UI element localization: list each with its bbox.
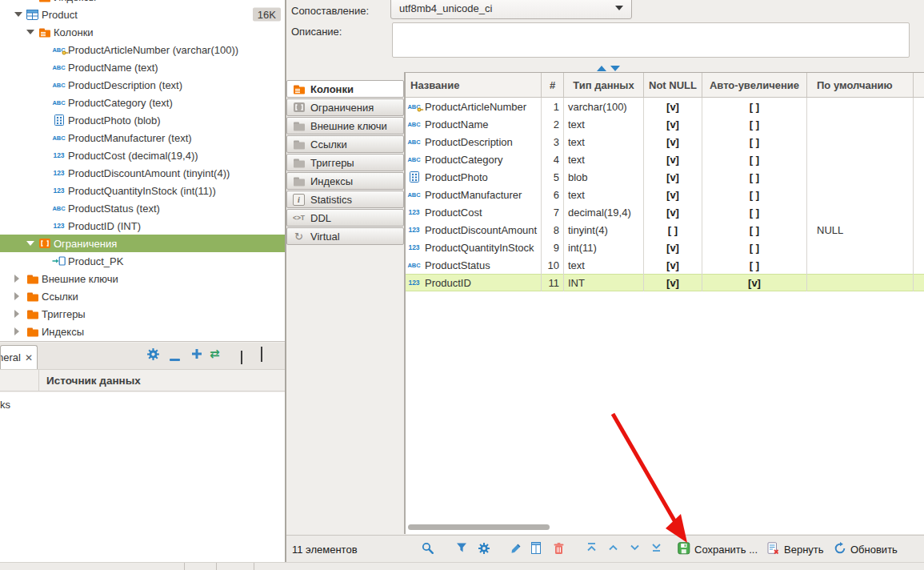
cell-not-null-checkbox[interactable]: [v] (644, 133, 702, 151)
cell-ordinal[interactable]: 1 (542, 98, 564, 115)
save-button[interactable]: Сохранить ... (694, 536, 758, 563)
collapse-all-icon[interactable] (170, 352, 181, 364)
chevron-collapsed-icon[interactable] (14, 292, 19, 300)
minimize-icon[interactable] (241, 351, 242, 363)
column-header[interactable]: # (542, 73, 564, 97)
column-view-icon[interactable] (531, 542, 541, 554)
cell-ordinal[interactable]: 9 (542, 239, 564, 256)
tree-item[interactable]: ProductPhoto (blob) (0, 111, 285, 129)
side-tab-ddl[interactable]: <>TDDL (286, 209, 404, 227)
cell-data-type[interactable]: int(11) (564, 239, 644, 256)
tree-item[interactable]: Внешние ключи (0, 270, 285, 287)
cell-not-null-checkbox[interactable]: [ ] (644, 221, 702, 239)
collation-dropdown[interactable]: utf8mb4_unicode_ci (390, 0, 632, 19)
revert-button[interactable]: Вернуть (784, 536, 824, 563)
cell-data-type[interactable]: blob (564, 168, 644, 186)
move-top-icon[interactable] (586, 542, 597, 552)
cell-ordinal[interactable]: 2 (542, 115, 564, 133)
cell-default[interactable] (807, 133, 914, 151)
cell-ordinal[interactable]: 11 (542, 274, 564, 291)
cell-name[interactable]: ABCProductCategory (406, 151, 542, 168)
link-with-editor-icon[interactable]: ⇄ (210, 347, 220, 361)
tree-item[interactable]: Индексы (0, 0, 285, 6)
side-tab-ограничения[interactable]: Ограничения (286, 98, 404, 116)
cell-name[interactable]: ABCProductArticleNumber (406, 98, 542, 115)
tree-item[interactable]: Ограничения (0, 235, 285, 252)
refresh-icon[interactable] (834, 542, 846, 555)
cell-not-null-checkbox[interactable]: [v] (644, 274, 702, 291)
filter-icon[interactable] (456, 542, 467, 553)
side-tab-virtual[interactable]: ↻Virtual (286, 227, 404, 245)
tree-item[interactable]: 123ProductQuantityInStock (int(11)) (0, 182, 285, 199)
cell-auto-increment-checkbox[interactable]: [ ] (702, 98, 807, 115)
grid-row[interactable]: ABCProductName2text[v][ ] (406, 115, 924, 133)
grid-row[interactable]: 123ProductQuantityInStock9int(11)[v][ ] (406, 239, 924, 256)
cell-name[interactable]: ProductPhoto (406, 168, 542, 186)
cell-name[interactable]: 123ProductID (406, 274, 542, 291)
cell-ordinal[interactable]: 6 (542, 186, 564, 203)
delete-trash-icon[interactable] (554, 542, 564, 555)
chevron-collapsed-icon[interactable] (14, 310, 19, 318)
column-header[interactable]: По умолчанию (807, 73, 914, 97)
side-tab-statistics[interactable]: iStatistics (286, 191, 404, 208)
cell-data-type[interactable]: text (564, 115, 644, 133)
tree-item[interactable]: 123ProductID (INT) (0, 217, 285, 235)
cell-not-null-checkbox[interactable]: [v] (644, 115, 702, 133)
tree-item[interactable]: Ссылки (0, 287, 285, 305)
cell-default[interactable] (807, 98, 914, 115)
column-header[interactable]: Авто-увеличение (702, 73, 807, 97)
cell-auto-increment-checkbox[interactable]: [ ] (702, 115, 807, 133)
tree-item[interactable]: ABCProductDescription (text) (0, 76, 285, 94)
splitter-up-icon[interactable] (597, 66, 606, 71)
cell-auto-increment-checkbox[interactable]: [ ] (702, 151, 807, 168)
save-icon[interactable] (678, 542, 690, 555)
side-tab-индексы[interactable]: Индексы (286, 172, 404, 190)
cell-data-type[interactable]: text (564, 151, 644, 168)
side-tab-внешние-ключи[interactable]: Внешние ключи (286, 117, 404, 134)
column-header[interactable]: Название (406, 73, 542, 97)
cell-auto-increment-checkbox[interactable]: [ ] (702, 133, 807, 151)
tree-item[interactable]: ABCProductManufacturer (text) (0, 129, 285, 147)
cell-default[interactable] (807, 274, 914, 291)
cell-not-null-checkbox[interactable]: [v] (644, 203, 702, 221)
cell-ordinal[interactable]: 4 (542, 151, 564, 168)
side-tab-колонки[interactable]: Колонки (286, 80, 404, 98)
chevron-expanded-icon[interactable] (26, 30, 34, 34)
cell-ordinal[interactable]: 7 (542, 203, 564, 221)
tree-item[interactable]: 123ProductCost (decimal(19,4)) (0, 147, 285, 164)
tree-item[interactable]: Колонки (0, 23, 285, 41)
cell-name[interactable]: ABCProductManufacturer (406, 186, 542, 203)
grid-row[interactable]: 123ProductDiscountAmount8tinyint(4)[ ][ … (406, 221, 924, 239)
column-header[interactable]: Тип данных (564, 73, 644, 97)
tree-item[interactable]: Триггеры (0, 305, 285, 323)
cell-data-type[interactable]: decimal(19,4) (564, 203, 644, 221)
tree-item[interactable]: ABCProductArticleNumber (varchar(100)) (0, 41, 285, 58)
tree-item[interactable]: 123ProductDiscountAmount (tinyint(4)) (0, 164, 285, 182)
cell-not-null-checkbox[interactable]: [v] (644, 186, 702, 203)
cell-data-type[interactable]: text (564, 133, 644, 151)
grid-row[interactable]: ABCProductDescription3text[v][ ] (406, 133, 924, 151)
cell-not-null-checkbox[interactable]: [v] (644, 98, 702, 115)
chevron-collapsed-icon[interactable] (14, 327, 19, 335)
move-up-icon[interactable] (608, 542, 618, 552)
chevron-collapsed-icon[interactable] (14, 275, 19, 283)
tab-general[interactable]: neral✕ (0, 345, 38, 369)
search-icon[interactable] (422, 542, 434, 555)
cell-data-type[interactable]: text (564, 186, 644, 203)
grid-row[interactable]: ProductPhoto5blob[v][ ] (406, 168, 924, 186)
edit-pencil-icon[interactable] (510, 542, 522, 555)
splitter-down-icon[interactable] (610, 66, 620, 71)
grid-row[interactable]: 123ProductID11INT[v][v] (406, 274, 924, 291)
cell-auto-increment-checkbox[interactable]: [v] (702, 274, 807, 291)
cell-name[interactable]: ABCProductStatus (406, 256, 542, 274)
cell-name[interactable]: 123ProductQuantityInStock (406, 239, 542, 256)
tree-item[interactable]: ABCProductStatus (text) (0, 199, 285, 217)
cell-auto-increment-checkbox[interactable]: [ ] (702, 203, 807, 221)
horizontal-scrollbar[interactable] (408, 524, 550, 530)
cell-auto-increment-checkbox[interactable]: [ ] (702, 168, 807, 186)
column-header[interactable]: Not NULL (644, 73, 702, 97)
cell-default[interactable] (807, 186, 914, 203)
gear-icon[interactable] (478, 542, 490, 555)
cell-data-type[interactable]: varchar(100) (564, 98, 644, 115)
description-input[interactable] (392, 22, 910, 58)
